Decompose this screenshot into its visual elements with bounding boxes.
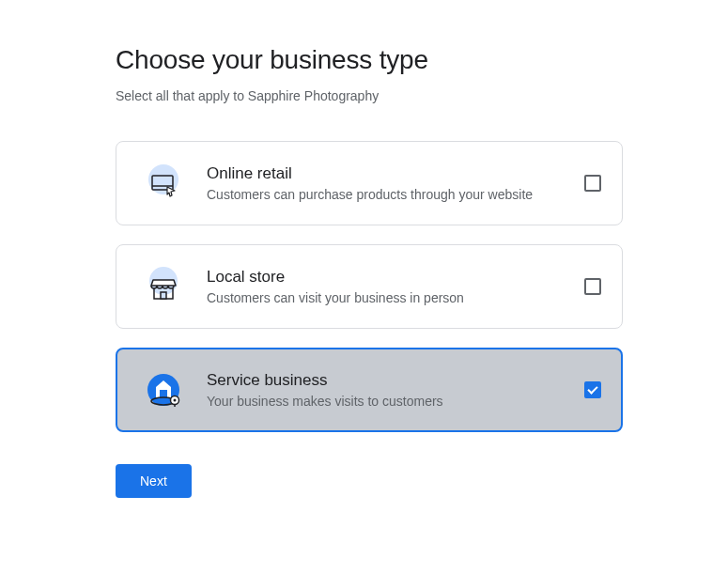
- option-service-business[interactable]: Service business Your business makes vis…: [116, 348, 623, 432]
- checkbox-online-retail[interactable]: [584, 175, 601, 192]
- option-online-retail[interactable]: Online retail Customers can purchase pro…: [116, 141, 623, 225]
- option-local-store[interactable]: Local store Customers can visit your bus…: [116, 244, 623, 329]
- svg-rect-4: [161, 292, 166, 299]
- subtitle: Select all that apply to Sapphire Photog…: [116, 88, 623, 103]
- option-title: Online retail: [207, 164, 584, 183]
- option-description: Customers can visit your business in per…: [207, 290, 584, 305]
- checkbox-local-store[interactable]: [584, 278, 601, 295]
- next-button[interactable]: Next: [116, 464, 192, 498]
- storefront-icon: [143, 266, 184, 307]
- page-title: Choose your business type: [116, 45, 623, 75]
- checkbox-service-business[interactable]: [584, 381, 601, 398]
- option-description: Customers can purchase products through …: [207, 187, 584, 202]
- option-title: Local store: [207, 268, 584, 287]
- house-pin-icon: [143, 369, 184, 411]
- monitor-click-icon: [143, 163, 184, 204]
- svg-rect-6: [160, 390, 167, 397]
- option-title: Service business: [207, 371, 584, 390]
- svg-point-9: [174, 399, 177, 402]
- option-description: Your business makes visits to customers: [207, 394, 584, 409]
